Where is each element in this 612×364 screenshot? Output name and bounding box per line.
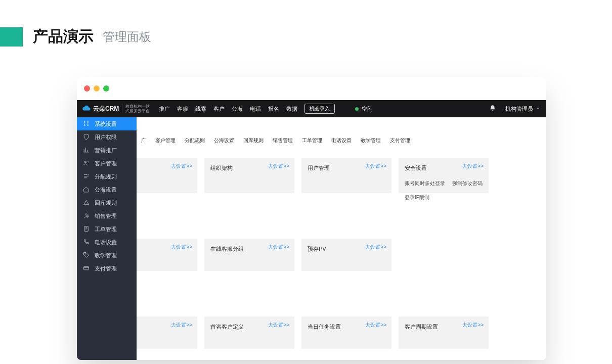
tab[interactable]: 销售管理 bbox=[268, 134, 297, 147]
card-title: 组织架构 bbox=[210, 165, 233, 171]
tab[interactable]: 公海设置 bbox=[209, 134, 239, 147]
topnav-item[interactable]: 电话 bbox=[250, 105, 261, 113]
topnav-item[interactable]: 报名 bbox=[268, 105, 279, 113]
doc-icon bbox=[83, 225, 90, 233]
user-label: 机构管理员 bbox=[505, 105, 533, 113]
sidebar-item-sales[interactable]: 销售管理 bbox=[77, 209, 137, 222]
svg-rect-9 bbox=[84, 266, 89, 270]
sidebar-item-ticket[interactable]: 工单管理 bbox=[77, 222, 137, 236]
top-nav: 推广 客服 线索 客户 公海 电话 报名 数据 bbox=[159, 105, 297, 113]
sidebar-item-teaching[interactable]: 教学管理 bbox=[77, 249, 137, 262]
settings-card: 去设置>> bbox=[137, 316, 197, 349]
shield-icon bbox=[83, 133, 90, 141]
card-title: 用户管理 bbox=[308, 165, 330, 171]
close-dot[interactable] bbox=[84, 85, 90, 92]
sidebar-label: 营销推广 bbox=[95, 147, 117, 154]
page-subtitle: 管理面板 bbox=[103, 29, 151, 45]
sidebar-item-public-sea[interactable]: 公海设置 bbox=[77, 183, 137, 196]
go-settings-link[interactable]: 去设置>> bbox=[171, 322, 192, 329]
page-title: 产品演示 bbox=[33, 26, 94, 47]
settings-icon bbox=[83, 120, 90, 128]
svg-point-8 bbox=[85, 253, 86, 254]
person-icon bbox=[83, 160, 90, 167]
sales-icon bbox=[83, 212, 90, 220]
app-window: 云朵CRM 教育机构一站式服务云平台 推广 客服 线索 客户 公海 电话 报名 … bbox=[77, 77, 546, 360]
tab[interactable]: 回库规则 bbox=[239, 134, 268, 147]
card-tag[interactable]: 强制修改密码 bbox=[452, 180, 483, 187]
sidebar-item-system-settings[interactable]: 系统设置 bbox=[77, 117, 137, 130]
tab[interactable]: 教学管理 bbox=[356, 134, 385, 147]
card-tag[interactable]: 账号同时多处登录 bbox=[405, 180, 445, 187]
status-idle[interactable]: 空闲 bbox=[355, 105, 373, 113]
sidebar: 系统设置 用户权限 营销推广 客户管理 分配规则 公海设置 bbox=[77, 117, 137, 360]
go-settings-link[interactable]: 去设置>> bbox=[171, 244, 192, 251]
tab[interactable]: 客户管理 bbox=[151, 134, 180, 147]
go-settings-link[interactable]: 去设置>> bbox=[268, 322, 289, 329]
svg-point-1 bbox=[88, 121, 89, 122]
topnav-item[interactable]: 公海 bbox=[232, 105, 243, 113]
tabs-row: 广 客户管理 分配规则 公海设置 回库规则 销售管理 工单管理 电话设置 教学管… bbox=[137, 134, 546, 147]
topnav-item[interactable]: 推广 bbox=[159, 105, 170, 113]
svg-point-6 bbox=[88, 215, 89, 216]
sidebar-item-return-rule[interactable]: 回库规则 bbox=[77, 196, 137, 209]
phone-icon bbox=[83, 239, 90, 246]
card-tag[interactable]: 登录IP限制 bbox=[405, 194, 429, 201]
maximize-dot[interactable] bbox=[103, 85, 109, 92]
go-settings-link[interactable]: 去设置>> bbox=[268, 163, 289, 170]
chevron-down-icon bbox=[533, 106, 540, 112]
status-label: 空闲 bbox=[362, 105, 373, 113]
go-settings-link[interactable]: 去设置>> bbox=[365, 322, 386, 329]
sidebar-label: 电话设置 bbox=[95, 239, 117, 246]
card-title: 首咨客户定义 bbox=[210, 324, 244, 330]
sidebar-label: 教学管理 bbox=[95, 252, 117, 259]
tab[interactable]: 广 bbox=[137, 134, 151, 147]
rule-icon bbox=[83, 173, 90, 180]
sidebar-label: 系统设置 bbox=[95, 120, 117, 128]
bell-icon[interactable] bbox=[489, 105, 496, 113]
card-icon bbox=[83, 265, 90, 272]
sidebar-label: 客户管理 bbox=[95, 160, 117, 167]
svg-point-4 bbox=[84, 161, 86, 162]
settings-card-pv: 预存PV 去设置>> bbox=[301, 239, 391, 271]
settings-card-first-consult: 首咨客户定义 去设置>> bbox=[204, 316, 294, 349]
sidebar-item-customer[interactable]: 客户管理 bbox=[77, 157, 137, 170]
settings-card: 去设置>> bbox=[137, 158, 197, 193]
tab[interactable]: 电话设置 bbox=[327, 134, 356, 147]
topnav-item[interactable]: 客服 bbox=[177, 105, 188, 113]
user-menu[interactable]: 机构管理员 bbox=[505, 105, 540, 113]
sidebar-item-phone[interactable]: 电话设置 bbox=[77, 236, 137, 249]
sidebar-item-assign-rule[interactable]: 分配规则 bbox=[77, 170, 137, 183]
topnav-item[interactable]: 数据 bbox=[286, 105, 297, 113]
cards-area: 去设置>> 组织架构 去设置>> 用户管理 去设置>> 安全设置 去设置>> 账… bbox=[137, 158, 540, 360]
go-settings-link[interactable]: 去设置>> bbox=[365, 163, 386, 170]
sidebar-item-user-permission[interactable]: 用户权限 bbox=[77, 130, 137, 144]
record-button[interactable]: 机会录入 bbox=[304, 104, 335, 114]
page-title-area: 产品演示 管理面板 bbox=[0, 26, 612, 47]
tag-icon bbox=[83, 252, 90, 259]
topnav-item[interactable]: 客户 bbox=[213, 105, 225, 113]
go-settings-link[interactable]: 去设置>> bbox=[462, 163, 484, 170]
sidebar-label: 支付管理 bbox=[95, 265, 117, 272]
go-settings-link[interactable]: 去设置>> bbox=[171, 163, 192, 170]
sidebar-item-marketing[interactable]: 营销推广 bbox=[77, 144, 137, 157]
settings-card-customer-cycle: 客户周期设置 去设置>> bbox=[399, 316, 489, 349]
settings-card-daily-task: 当日任务设置 去设置>> bbox=[301, 316, 391, 349]
topnav-item[interactable]: 线索 bbox=[195, 105, 206, 113]
accent-bar bbox=[0, 27, 23, 47]
go-settings-link[interactable]: 去设置>> bbox=[462, 322, 484, 329]
svg-point-2 bbox=[84, 124, 85, 125]
go-settings-link[interactable]: 去设置>> bbox=[365, 244, 386, 251]
tab[interactable]: 工单管理 bbox=[297, 134, 327, 147]
go-settings-link[interactable]: 去设置>> bbox=[268, 244, 289, 251]
triangle-icon bbox=[83, 199, 90, 207]
tab[interactable]: 支付管理 bbox=[385, 134, 415, 147]
settings-card-user: 用户管理 去设置>> bbox=[301, 158, 391, 193]
sidebar-item-payment[interactable]: 支付管理 bbox=[77, 262, 137, 275]
status-dot-icon bbox=[355, 107, 359, 111]
topbar: 云朵CRM 教育机构一站式服务云平台 推广 客服 线索 客户 公海 电话 报名 … bbox=[77, 100, 546, 117]
settings-card-security: 安全设置 去设置>> 账号同时多处登录 强制修改密码 登录IP限制 bbox=[399, 158, 489, 193]
minimize-dot[interactable] bbox=[94, 85, 100, 92]
tab[interactable]: 分配规则 bbox=[180, 134, 209, 147]
settings-card-org: 组织架构 去设置>> bbox=[204, 158, 294, 193]
logo[interactable]: 云朵CRM 教育机构一站式服务云平台 bbox=[82, 104, 150, 114]
